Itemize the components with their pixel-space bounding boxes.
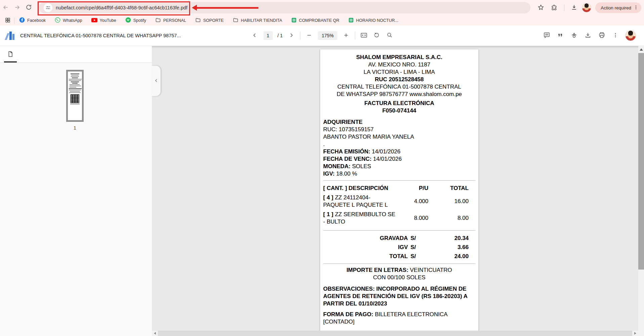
bookmark-folder-habilitar-tiendita[interactable]: HABILITAR TIENDITA bbox=[233, 17, 282, 24]
hat-person-icon bbox=[570, 32, 578, 40]
divider bbox=[323, 230, 475, 231]
bookmarks-bar: Facebook WhatsApp YouTube Spotify PERSON… bbox=[0, 15, 644, 26]
bookmark-star-button[interactable] bbox=[535, 2, 547, 13]
fit-width-icon bbox=[360, 32, 368, 40]
pdf-viewer-logo-icon bbox=[6, 31, 16, 40]
qr-code-thumbnail bbox=[71, 94, 79, 103]
forward-arrow-icon bbox=[14, 4, 20, 12]
document-page-icon bbox=[7, 51, 14, 58]
spreadsheet-icon bbox=[291, 17, 297, 24]
bookmark-horario-nocturno[interactable]: HORARIO NOCTUR... bbox=[348, 17, 398, 24]
back-arrow-icon bbox=[2, 4, 9, 12]
folder-icon bbox=[195, 17, 201, 24]
amount-in-words: IMPORTE EN LETRAS: VEINTICUATRO CON 00/1… bbox=[341, 267, 458, 281]
acquirer-ruc: RUC: 10735159157 bbox=[323, 126, 475, 133]
bookmark-folder-personal[interactable]: PERSONAL bbox=[155, 17, 186, 24]
divider bbox=[323, 180, 475, 181]
pdf-page: SHALOM EMPRESARIAL S.A.C. AV. MEXICO NRO… bbox=[320, 49, 478, 336]
fit-to-width-button[interactable] bbox=[360, 32, 368, 40]
thumbnails-tab[interactable] bbox=[4, 48, 17, 60]
acquirer-name: ABANTO PASTOR MARIA YANELA bbox=[323, 133, 475, 141]
bookmark-folder-soporte[interactable]: SOPORTE bbox=[195, 17, 224, 24]
divider bbox=[323, 263, 475, 264]
totals-section: GRAVADA S/ 20.34 IGV S/ 3.66 TOTAL S/ 24… bbox=[323, 235, 475, 260]
pdf-viewer-toolbar: CENTRAL TELEFÓNICA 01-5007878 CENTRAL DE… bbox=[0, 26, 644, 46]
scroll-left-arrow[interactable] bbox=[154, 332, 156, 335]
pdf-document-title: CENTRAL TELEFÓNICA 01-5007878 CENTRAL DE… bbox=[20, 33, 181, 38]
page-number-input[interactable]: 1 bbox=[263, 31, 273, 40]
apps-shortcut-button[interactable] bbox=[3, 16, 12, 25]
spreadsheet-icon bbox=[348, 17, 354, 24]
vertical-scroll-thumb[interactable] bbox=[638, 53, 644, 270]
field-row: FECHA EMISIÓN: 14/01/2026 bbox=[323, 148, 475, 155]
printer-icon bbox=[598, 32, 605, 40]
document-type: FACTURA ELECTRÓNICA bbox=[364, 100, 434, 106]
toolbar-divider bbox=[355, 32, 355, 40]
account-avatar[interactable] bbox=[625, 30, 636, 41]
more-vert-icon[interactable] bbox=[633, 5, 639, 11]
scroll-up-arrow[interactable] bbox=[640, 48, 643, 51]
toolbar-divider bbox=[564, 4, 564, 11]
page-1-thumbnail[interactable] bbox=[66, 70, 84, 122]
profile-avatar[interactable] bbox=[582, 3, 591, 12]
facebook-icon bbox=[19, 17, 25, 24]
pdf-page-viewport: SHALOM EMPRESARIAL S.A.C. AV. MEXICO NRO… bbox=[152, 46, 644, 336]
bookmark-comprobante-qr[interactable]: COMPROBANTE QR bbox=[291, 17, 339, 24]
observations: OBSERVACIONES: INCORPORADO AL RÉGIMEN DE… bbox=[323, 285, 475, 307]
column-header-pu: P/U bbox=[419, 185, 428, 191]
search-button[interactable] bbox=[385, 32, 393, 40]
more-options-button[interactable] bbox=[611, 32, 619, 40]
total-row: GRAVADA S/ 20.34 bbox=[323, 235, 469, 242]
column-header-desc: [ CANT. ] DESCRIPCIÓN bbox=[323, 185, 388, 191]
zoom-in-button[interactable] bbox=[342, 32, 350, 40]
annotation-note-icon bbox=[543, 32, 550, 40]
star-icon bbox=[538, 4, 544, 12]
total-row: IGV S/ 3.66 bbox=[323, 244, 469, 251]
site-settings-icon[interactable] bbox=[44, 3, 52, 12]
zoom-out-button[interactable] bbox=[305, 32, 313, 40]
downloads-button[interactable] bbox=[568, 2, 580, 13]
action-required-label: Action required bbox=[601, 5, 631, 10]
scrollbar-corner bbox=[638, 331, 644, 336]
reload-icon bbox=[26, 4, 32, 11]
active-tab-underline bbox=[4, 61, 17, 62]
print-button[interactable] bbox=[598, 32, 606, 40]
horizontal-scroll-thumb[interactable] bbox=[158, 331, 632, 336]
bookmark-youtube[interactable]: YouTube bbox=[91, 18, 116, 23]
annotations-button[interactable] bbox=[543, 32, 551, 40]
next-page-button[interactable] bbox=[287, 32, 295, 40]
action-required-button[interactable]: Action required bbox=[595, 2, 641, 13]
rotate-icon bbox=[373, 32, 380, 40]
plus-icon bbox=[343, 32, 349, 39]
sidebar-collapse-handle[interactable] bbox=[152, 66, 161, 96]
reload-button[interactable] bbox=[23, 2, 34, 13]
horizontal-scrollbar[interactable] bbox=[152, 331, 638, 336]
scroll-right-arrow[interactable] bbox=[634, 332, 636, 335]
extensions-puzzle-icon bbox=[551, 4, 558, 12]
extensions-button[interactable] bbox=[549, 2, 560, 13]
previous-page-button[interactable] bbox=[251, 32, 259, 40]
quotes-button[interactable] bbox=[556, 32, 564, 40]
address-bar[interactable]: nubefact.com/cpe/d6a4ff9f-d403-4f68-9c6f… bbox=[39, 2, 530, 13]
back-button[interactable] bbox=[0, 2, 11, 13]
whatsapp-icon bbox=[55, 17, 60, 24]
bookmark-facebook[interactable]: Facebook bbox=[19, 17, 46, 24]
download-pdf-button[interactable] bbox=[584, 32, 592, 40]
chevron-left-icon bbox=[252, 32, 258, 39]
browser-toolbar: nubefact.com/cpe/d6a4ff9f-d403-4f68-9c6f… bbox=[0, 0, 644, 15]
forward-button[interactable] bbox=[11, 2, 23, 13]
pdf-viewer-content: 1 SHALOM EMPRESARIAL S.A.C. AV. MEXICO N… bbox=[0, 46, 644, 336]
download-icon bbox=[571, 4, 577, 12]
field-row: FECHA DE VENC: 14/01/2026 bbox=[323, 155, 475, 163]
bookmark-whatsapp[interactable]: WhatsApp bbox=[55, 17, 82, 24]
minus-icon bbox=[306, 32, 312, 39]
item-row: [ 1 ] ZZ SEREMBBULTO SE - BULTO 8.000 8.… bbox=[323, 211, 469, 226]
document-number: F050-074144 bbox=[382, 107, 416, 114]
vertical-scrollbar[interactable] bbox=[638, 46, 644, 331]
bookmark-spotify[interactable]: Spotify bbox=[125, 17, 146, 24]
company-ruc: RUC 20512528458 bbox=[375, 76, 424, 83]
company-name: SHALOM EMPRESARIAL S.A.C. bbox=[356, 54, 442, 60]
assistant-hat-button[interactable] bbox=[570, 32, 578, 40]
payment-method: FORMA DE PAGO: BILLETERA ELECTRONICA [CO… bbox=[323, 311, 475, 326]
rotate-button[interactable] bbox=[373, 32, 381, 40]
